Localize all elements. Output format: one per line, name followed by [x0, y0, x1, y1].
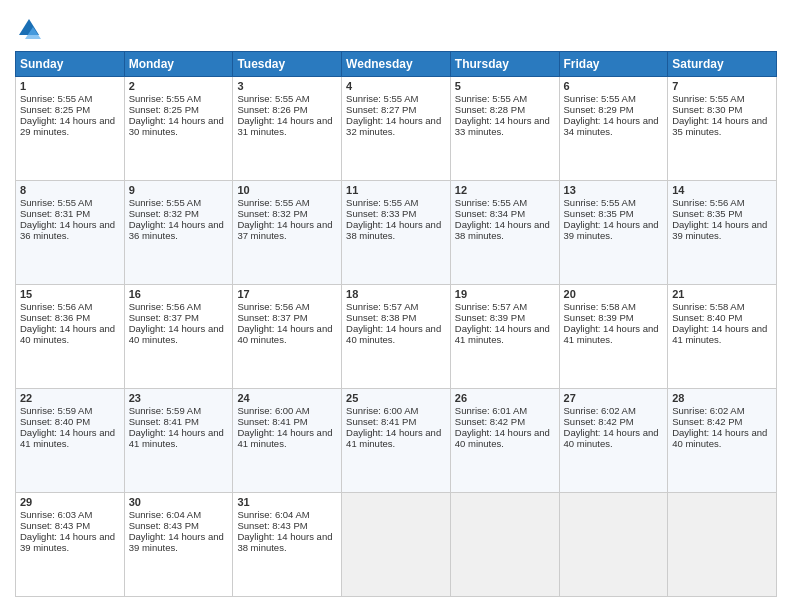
daylight-label: Daylight: 14 hours and 31 minutes. [237, 115, 332, 137]
daylight-label: Daylight: 14 hours and 41 minutes. [564, 323, 659, 345]
calendar-cell: 6Sunrise: 5:55 AMSunset: 8:29 PMDaylight… [559, 77, 668, 181]
day-number: 21 [672, 288, 772, 300]
sunset-label: Sunset: 8:34 PM [455, 208, 525, 219]
sunset-label: Sunset: 8:33 PM [346, 208, 416, 219]
calendar-week-4: 22Sunrise: 5:59 AMSunset: 8:40 PMDayligh… [16, 389, 777, 493]
sunset-label: Sunset: 8:37 PM [237, 312, 307, 323]
day-number: 9 [129, 184, 229, 196]
sunset-label: Sunset: 8:35 PM [564, 208, 634, 219]
sunrise-label: Sunrise: 5:58 AM [564, 301, 636, 312]
calendar-cell: 20Sunrise: 5:58 AMSunset: 8:39 PMDayligh… [559, 285, 668, 389]
daylight-label: Daylight: 14 hours and 39 minutes. [129, 531, 224, 553]
daylight-label: Daylight: 14 hours and 32 minutes. [346, 115, 441, 137]
calendar-cell: 5Sunrise: 5:55 AMSunset: 8:28 PMDaylight… [450, 77, 559, 181]
day-number: 8 [20, 184, 120, 196]
sunrise-label: Sunrise: 6:04 AM [129, 509, 201, 520]
sunset-label: Sunset: 8:43 PM [129, 520, 199, 531]
day-number: 30 [129, 496, 229, 508]
calendar-cell: 11Sunrise: 5:55 AMSunset: 8:33 PMDayligh… [342, 181, 451, 285]
sunrise-label: Sunrise: 6:00 AM [346, 405, 418, 416]
calendar-cell: 4Sunrise: 5:55 AMSunset: 8:27 PMDaylight… [342, 77, 451, 181]
day-number: 24 [237, 392, 337, 404]
calendar-cell: 12Sunrise: 5:55 AMSunset: 8:34 PMDayligh… [450, 181, 559, 285]
sunrise-label: Sunrise: 6:01 AM [455, 405, 527, 416]
day-number: 22 [20, 392, 120, 404]
sunrise-label: Sunrise: 5:55 AM [455, 197, 527, 208]
sunset-label: Sunset: 8:35 PM [672, 208, 742, 219]
calendar-cell: 27Sunrise: 6:02 AMSunset: 8:42 PMDayligh… [559, 389, 668, 493]
sunrise-label: Sunrise: 5:59 AM [129, 405, 201, 416]
calendar-cell: 2Sunrise: 5:55 AMSunset: 8:25 PMDaylight… [124, 77, 233, 181]
calendar-cell: 29Sunrise: 6:03 AMSunset: 8:43 PMDayligh… [16, 493, 125, 597]
sunset-label: Sunset: 8:41 PM [346, 416, 416, 427]
calendar-cell: 26Sunrise: 6:01 AMSunset: 8:42 PMDayligh… [450, 389, 559, 493]
calendar-cell: 8Sunrise: 5:55 AMSunset: 8:31 PMDaylight… [16, 181, 125, 285]
daylight-label: Daylight: 14 hours and 39 minutes. [672, 219, 767, 241]
daylight-label: Daylight: 14 hours and 34 minutes. [564, 115, 659, 137]
day-number: 31 [237, 496, 337, 508]
day-number: 15 [20, 288, 120, 300]
day-number: 5 [455, 80, 555, 92]
sunset-label: Sunset: 8:26 PM [237, 104, 307, 115]
daylight-label: Daylight: 14 hours and 33 minutes. [455, 115, 550, 137]
sunset-label: Sunset: 8:37 PM [129, 312, 199, 323]
sunset-label: Sunset: 8:42 PM [672, 416, 742, 427]
sunrise-label: Sunrise: 6:03 AM [20, 509, 92, 520]
sunset-label: Sunset: 8:25 PM [20, 104, 90, 115]
day-number: 12 [455, 184, 555, 196]
calendar-header-thursday: Thursday [450, 52, 559, 77]
sunset-label: Sunset: 8:28 PM [455, 104, 525, 115]
sunrise-label: Sunrise: 6:00 AM [237, 405, 309, 416]
calendar-header-saturday: Saturday [668, 52, 777, 77]
calendar-cell: 16Sunrise: 5:56 AMSunset: 8:37 PMDayligh… [124, 285, 233, 389]
sunset-label: Sunset: 8:43 PM [20, 520, 90, 531]
calendar-cell: 28Sunrise: 6:02 AMSunset: 8:42 PMDayligh… [668, 389, 777, 493]
day-number: 26 [455, 392, 555, 404]
sunset-label: Sunset: 8:38 PM [346, 312, 416, 323]
daylight-label: Daylight: 14 hours and 41 minutes. [237, 427, 332, 449]
daylight-label: Daylight: 14 hours and 39 minutes. [564, 219, 659, 241]
sunrise-label: Sunrise: 5:55 AM [672, 93, 744, 104]
calendar-cell: 9Sunrise: 5:55 AMSunset: 8:32 PMDaylight… [124, 181, 233, 285]
sunrise-label: Sunrise: 5:55 AM [20, 197, 92, 208]
day-number: 20 [564, 288, 664, 300]
daylight-label: Daylight: 14 hours and 41 minutes. [129, 427, 224, 449]
daylight-label: Daylight: 14 hours and 38 minutes. [346, 219, 441, 241]
sunrise-label: Sunrise: 5:55 AM [237, 93, 309, 104]
day-number: 14 [672, 184, 772, 196]
daylight-label: Daylight: 14 hours and 38 minutes. [455, 219, 550, 241]
calendar: SundayMondayTuesdayWednesdayThursdayFrid… [15, 51, 777, 597]
sunset-label: Sunset: 8:42 PM [455, 416, 525, 427]
calendar-cell [450, 493, 559, 597]
day-number: 7 [672, 80, 772, 92]
calendar-cell: 25Sunrise: 6:00 AMSunset: 8:41 PMDayligh… [342, 389, 451, 493]
sunrise-label: Sunrise: 5:55 AM [129, 197, 201, 208]
calendar-cell: 3Sunrise: 5:55 AMSunset: 8:26 PMDaylight… [233, 77, 342, 181]
day-number: 11 [346, 184, 446, 196]
logo-icon [15, 15, 43, 43]
sunset-label: Sunset: 8:40 PM [672, 312, 742, 323]
day-number: 10 [237, 184, 337, 196]
daylight-label: Daylight: 14 hours and 40 minutes. [455, 427, 550, 449]
day-number: 19 [455, 288, 555, 300]
day-number: 17 [237, 288, 337, 300]
calendar-header-monday: Monday [124, 52, 233, 77]
day-number: 16 [129, 288, 229, 300]
sunrise-label: Sunrise: 5:55 AM [20, 93, 92, 104]
daylight-label: Daylight: 14 hours and 41 minutes. [455, 323, 550, 345]
day-number: 18 [346, 288, 446, 300]
calendar-cell: 24Sunrise: 6:00 AMSunset: 8:41 PMDayligh… [233, 389, 342, 493]
sunrise-label: Sunrise: 6:04 AM [237, 509, 309, 520]
calendar-cell: 21Sunrise: 5:58 AMSunset: 8:40 PMDayligh… [668, 285, 777, 389]
calendar-header-sunday: Sunday [16, 52, 125, 77]
daylight-label: Daylight: 14 hours and 30 minutes. [129, 115, 224, 137]
calendar-header-friday: Friday [559, 52, 668, 77]
calendar-cell: 1Sunrise: 5:55 AMSunset: 8:25 PMDaylight… [16, 77, 125, 181]
sunset-label: Sunset: 8:39 PM [564, 312, 634, 323]
calendar-week-5: 29Sunrise: 6:03 AMSunset: 8:43 PMDayligh… [16, 493, 777, 597]
sunrise-label: Sunrise: 5:57 AM [455, 301, 527, 312]
sunset-label: Sunset: 8:39 PM [455, 312, 525, 323]
sunset-label: Sunset: 8:25 PM [129, 104, 199, 115]
sunset-label: Sunset: 8:43 PM [237, 520, 307, 531]
sunrise-label: Sunrise: 5:56 AM [237, 301, 309, 312]
